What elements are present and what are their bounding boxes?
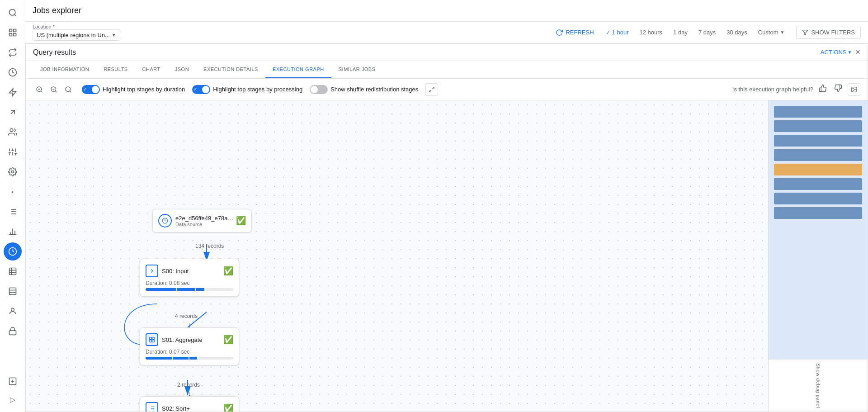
filter-icon — [802, 29, 808, 36]
show-shuffle-knob — [311, 86, 318, 93]
time-filter-1hour[interactable]: 1 hour — [601, 27, 633, 38]
tab-job-information[interactable]: JOB INFORMATION — [33, 61, 96, 78]
tab-json[interactable]: JSON — [168, 61, 196, 78]
svg-line-45 — [41, 91, 42, 92]
s00-title: S00: Input — [162, 268, 189, 275]
time-filter-7days[interactable]: 7 days — [694, 27, 720, 38]
actions-button[interactable]: ACTIONS ▼ — [821, 49, 852, 56]
svg-rect-31 — [9, 268, 16, 275]
sidebar-icon-transfer[interactable] — [4, 43, 22, 62]
s02-status: ✅ — [223, 403, 233, 412]
zoom-out-button[interactable] — [47, 83, 60, 96]
source-node[interactable]: e2e_d56ffe49_e78a_482a_ Data source ✅ — [152, 209, 252, 232]
s00-node[interactable]: S00: Input ✅ Duration: 0.08 sec — [140, 259, 239, 297]
svg-point-0 — [9, 9, 15, 15]
time-filter-1day[interactable]: 1 day — [669, 27, 692, 38]
graph-canvas[interactable]: e2e_d56ffe49_e78a_482a_ Data source ✅ 13… — [26, 100, 768, 412]
fullscreen-button[interactable] — [425, 83, 438, 96]
sidebar-icon-list[interactable] — [4, 203, 22, 221]
screenshot-icon — [851, 86, 857, 93]
sidebar-icon-lock[interactable] — [4, 322, 22, 340]
sidebar-icon-sliders[interactable] — [4, 143, 22, 161]
sidebar-icon-dashboard[interactable] — [4, 24, 22, 42]
tab-json-label: JSON — [175, 66, 189, 72]
svg-rect-63 — [150, 337, 152, 340]
refresh-button[interactable]: REFRESH — [556, 29, 594, 36]
custom-chevron-icon: ▼ — [780, 30, 785, 35]
s01-progress-light — [197, 357, 233, 360]
sidebar-icon-chevron-right[interactable]: ▷ — [4, 390, 22, 408]
sidebar-icon-blocks[interactable] — [4, 262, 22, 280]
highlight-processing-switch[interactable]: ✓ — [192, 85, 210, 94]
s02-node[interactable]: S02: Sort+ ✅ Duration: 0.05 sec — [140, 396, 239, 412]
tab-chart[interactable]: CHART — [135, 61, 168, 78]
sidebar-icon-spark[interactable] — [4, 83, 22, 101]
actions-chevron-icon: ▼ — [848, 50, 852, 55]
sidebar-icon-person[interactable] — [4, 302, 22, 320]
s00-progress-blue1 — [146, 288, 176, 291]
sidebar-icon-add[interactable] — [4, 372, 22, 390]
tab-execution-details[interactable]: EXECUTION DETAILS — [196, 61, 265, 78]
tab-results[interactable]: RESULTS — [96, 61, 135, 78]
s00-duration: Duration: 0.08 sec — [146, 280, 233, 286]
svg-point-51 — [66, 87, 71, 92]
show-debug-panel[interactable]: Show debug panel — [769, 359, 868, 412]
show-shuffle-switch[interactable] — [310, 85, 328, 94]
graph-connectors-svg — [26, 100, 768, 412]
panel-header: Query results ACTIONS ▼ × — [26, 44, 868, 61]
s01-title: S01: Aggregate — [162, 336, 203, 343]
source-title-col: e2e_d56ffe49_e78a_482a_ Data source — [175, 215, 234, 227]
highlight-duration-toggle[interactable]: ✓ Highlight top stages by duration — [82, 85, 185, 94]
s00-title-group: S00: Input — [146, 265, 189, 277]
time-filter-30days-label: 30 days — [726, 29, 747, 36]
time-filter-12hours[interactable]: 12 hours — [635, 27, 667, 38]
location-container: Location * US (multiple regions in Un...… — [33, 24, 120, 41]
helpful-label: Is this execution graph helpful? — [732, 86, 813, 93]
svg-rect-2 — [9, 29, 12, 32]
s01-progress-blue1 — [146, 357, 172, 360]
svg-line-1 — [14, 14, 16, 16]
show-shuffle-toggle[interactable]: Show shuffle redistribution stages — [310, 85, 418, 94]
mini-block-1 — [774, 106, 862, 118]
svg-point-19 — [11, 171, 14, 173]
source-title-group: e2e_d56ffe49_e78a_482a_ Data source — [158, 214, 234, 227]
tab-similar-jobs[interactable]: SIMILAR JOBS — [331, 61, 383, 78]
sidebar-icon-up-arrow[interactable] — [4, 103, 22, 121]
thumbs-down-button[interactable] — [832, 82, 844, 96]
s01-progress-blue2 — [173, 357, 189, 360]
thumbs-up-button[interactable] — [817, 82, 829, 96]
svg-point-9 — [10, 129, 13, 132]
tab-execution-graph-label: EXECUTION GRAPH — [273, 66, 324, 72]
top-bar-right: REFRESH 1 hour 12 hours 1 day 7 days — [556, 26, 861, 39]
s01-node[interactable]: S01: Aggregate ✅ Duration: 0.07 sec — [140, 327, 239, 365]
highlight-processing-toggle[interactable]: ✓ Highlight top stages by processing — [192, 85, 302, 94]
highlight-duration-switch[interactable]: ✓ — [82, 85, 100, 94]
time-filter-custom[interactable]: Custom ▼ — [754, 27, 789, 38]
show-filters-button[interactable]: SHOW FILTERS — [796, 26, 861, 39]
time-filter-custom-label: Custom — [758, 29, 778, 36]
sidebar-icon-settings[interactable] — [4, 163, 22, 181]
svg-line-49 — [55, 91, 57, 92]
sidebar-icon-table[interactable] — [4, 282, 22, 300]
tab-execution-graph[interactable]: EXECUTION GRAPH — [265, 61, 331, 78]
svg-rect-4 — [9, 33, 12, 36]
screenshot-button[interactable] — [848, 83, 860, 96]
time-filter-1day-label: 1 day — [673, 29, 688, 36]
s00-progress — [146, 288, 233, 291]
zoom-out-icon — [50, 86, 57, 93]
sidebar-icon-people[interactable] — [4, 123, 22, 141]
sidebar-icon-search[interactable] — [4, 4, 22, 22]
location-dropdown[interactable]: US (multiple regions in Un... ▼ — [33, 29, 120, 41]
mini-block-4 — [774, 149, 862, 161]
time-filter-1hour-label: 1 hour — [612, 29, 629, 36]
zoom-in-button[interactable] — [33, 83, 46, 96]
time-filters: 1 hour 12 hours 1 day 7 days 30 days — [601, 27, 789, 38]
close-button[interactable]: × — [855, 47, 860, 57]
sidebar-icon-dot[interactable]: ● — [4, 183, 22, 201]
sidebar-icon-bar-chart[interactable] — [4, 223, 22, 241]
sidebar-icon-history[interactable] — [4, 63, 22, 81]
sidebar-icon-jobs[interactable] — [4, 242, 22, 260]
zoom-reset-button[interactable] — [62, 83, 75, 96]
time-filter-30days[interactable]: 30 days — [722, 27, 752, 38]
show-filters-label: SHOW FILTERS — [811, 29, 855, 36]
